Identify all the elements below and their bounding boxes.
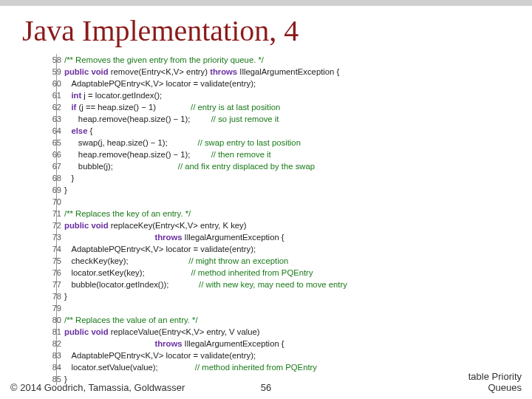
- code-content: heap.remove(heap.size() − 1); // then re…: [64, 149, 532, 160]
- code-content: /** Replaces the key of an entry. */: [64, 208, 532, 219]
- code-line: 83 AdaptablePQEntry<K,V> locator = valid…: [64, 349, 532, 361]
- line-number: 79: [41, 302, 61, 314]
- code-line: 59public void remove(Entry<K,V> entry) t…: [64, 66, 532, 78]
- line-number: 62: [41, 101, 61, 113]
- slide-title: Java Implementation, 4: [22, 13, 532, 48]
- line-number: 59: [41, 66, 61, 78]
- line-number: 69: [41, 184, 61, 196]
- line-number: 66: [41, 149, 61, 160]
- code-line: 71/** Replaces the key of an entry. */: [64, 208, 532, 219]
- code-content: AdaptablePQEntry<K,V> locator = validate…: [64, 78, 532, 89]
- line-number: 74: [41, 243, 61, 255]
- code-line: 69}: [64, 184, 532, 196]
- line-number: 61: [41, 89, 61, 101]
- code-content: AdaptablePQEntry<K,V> locator = validate…: [64, 243, 532, 255]
- code-line: 61 int j = locator.getIndex();: [64, 89, 532, 101]
- line-number: 75: [41, 255, 61, 267]
- code-line: 65 swap(j, heap.size() − 1); // swap ent…: [64, 137, 532, 149]
- code-content: bubble(locator.getIndex()); // with new …: [64, 279, 532, 290]
- line-number: 60: [41, 78, 61, 89]
- line-number: 82: [41, 338, 61, 349]
- line-number: 83: [41, 349, 61, 361]
- code-content: }: [64, 172, 532, 184]
- code-line: 63 heap.remove(heap.size() − 1); // so j…: [64, 113, 532, 125]
- code-content: public void replaceValue(Entry<K,V> entr…: [64, 326, 532, 338]
- line-number: 81: [41, 326, 61, 338]
- code-content: locator.setValue(value); // method inher…: [64, 361, 532, 373]
- code-line: 81public void replaceValue(Entry<K,V> en…: [64, 326, 532, 338]
- code-line: 72public void replaceKey(Entry<K,V> entr…: [64, 219, 532, 231]
- code-content: throws IllegalArgumentException {: [64, 338, 532, 349]
- code-line: 84 locator.setValue(value); // method in…: [64, 361, 532, 373]
- line-number: 71: [41, 208, 61, 219]
- code-line: 78}: [64, 290, 532, 302]
- code-content: swap(j, heap.size() − 1); // swap entry …: [64, 137, 532, 149]
- code-content: checkKey(key); // might throw an excepti…: [64, 255, 532, 267]
- code-line: 82 throws IllegalArgumentException {: [64, 338, 532, 349]
- code-line: 64 else {: [64, 125, 532, 137]
- line-number: 84: [41, 361, 61, 373]
- code-content: public void remove(Entry<K,V> entry) thr…: [64, 66, 532, 78]
- line-number: 73: [41, 231, 61, 243]
- code-line: 74 AdaptablePQEntry<K,V> locator = valid…: [64, 243, 532, 255]
- line-number: 64: [41, 125, 61, 137]
- code-content: int j = locator.getIndex();: [64, 89, 532, 101]
- code-content: heap.remove(heap.size() − 1); // so just…: [64, 113, 532, 125]
- code-line: 79: [64, 302, 532, 314]
- code-line: 80/** Replaces the value of an entry. */: [64, 314, 532, 326]
- footer-right-text: table PriorityQueues: [468, 371, 522, 393]
- code-content: locator.setKey(key); // method inherited…: [64, 267, 532, 279]
- line-number: 65: [41, 137, 61, 149]
- code-content: throws IllegalArgumentException {: [64, 231, 532, 243]
- code-content: AdaptablePQEntry<K,V> locator = validate…: [64, 349, 532, 361]
- line-number: 67: [41, 160, 61, 172]
- code-line: 67 bubble(j); // and fix entry displaced…: [64, 160, 532, 172]
- code-content: }: [64, 184, 532, 196]
- code-content: if (j == heap.size() − 1) // entry is at…: [64, 101, 532, 113]
- line-number: 68: [41, 172, 61, 184]
- code-content: /** Removes the given entry from the pri…: [64, 54, 532, 66]
- code-line: 62 if (j == heap.size() − 1) // entry is…: [64, 101, 532, 113]
- line-number: 58: [41, 54, 61, 66]
- code-line: 66 heap.remove(heap.size() − 1); // then…: [64, 149, 532, 160]
- code-content: else {: [64, 125, 532, 137]
- line-number: 76: [41, 267, 61, 279]
- line-number: 72: [41, 219, 61, 231]
- copyright-text: © 2014 Goodrich, Tamassia, Goldwasser: [10, 382, 185, 393]
- line-number: 70: [41, 196, 61, 208]
- code-line: 75 checkKey(key); // might throw an exce…: [64, 255, 532, 267]
- code-line: 58/** Removes the given entry from the p…: [64, 54, 532, 66]
- code-line: 60 AdaptablePQEntry<K,V> locator = valid…: [64, 78, 532, 89]
- code-line: 73 throws IllegalArgumentException {: [64, 231, 532, 243]
- line-number: 77: [41, 279, 61, 290]
- line-number: 78: [41, 290, 61, 302]
- code-line: 70: [64, 196, 532, 208]
- code-line: 77 bubble(locator.getIndex()); // with n…: [64, 279, 532, 290]
- code-content: /** Replaces the value of an entry. */: [64, 314, 532, 326]
- code-line: 68 }: [64, 172, 532, 184]
- code-content: }: [64, 290, 532, 302]
- page-number: 56: [261, 382, 271, 393]
- code-content: bubble(j); // and fix entry displaced by…: [64, 160, 532, 172]
- code-listing: 58/** Removes the given entry from the p…: [56, 54, 532, 385]
- decorative-top-bar: [0, 0, 532, 6]
- line-number: 63: [41, 113, 61, 125]
- code-content: public void replaceKey(Entry<K,V> entry,…: [64, 219, 532, 231]
- code-line: 76 locator.setKey(key); // method inheri…: [64, 267, 532, 279]
- line-number: 80: [41, 314, 61, 326]
